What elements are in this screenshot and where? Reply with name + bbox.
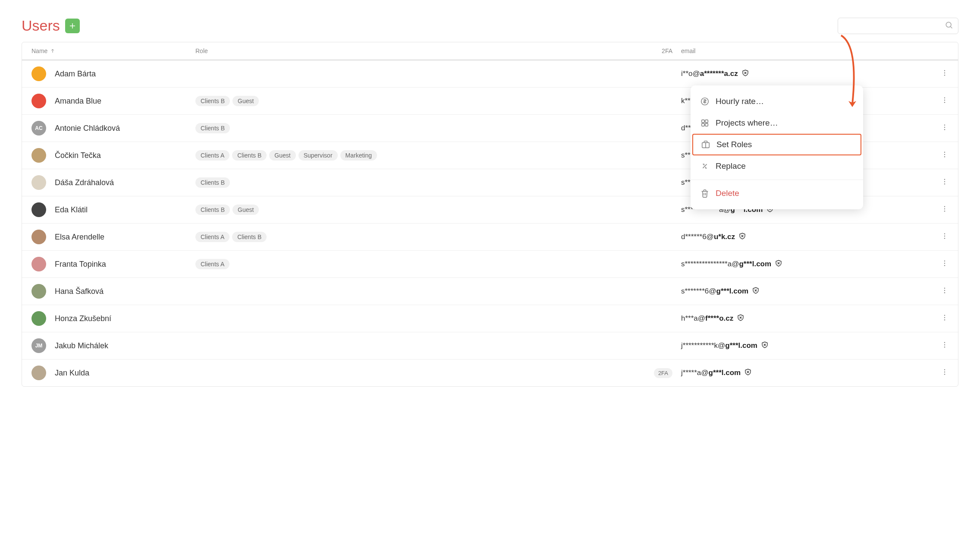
svg-point-13 [944,154,945,155]
role-cell: Clients AClients BGuestSupervisorMarketi… [195,150,638,161]
email-domain: f****o.cz [705,314,733,323]
avatar [31,311,46,326]
role-cell: Clients B [195,177,638,188]
svg-rect-42 [702,123,704,126]
table-row: Honza Zkušebníh***a@f****o.cz [22,305,958,332]
avatar [31,366,46,380]
menu-hourly-rate[interactable]: Hourly rate… [691,91,863,112]
email-local: i**o@ [681,69,700,78]
column-2fa[interactable]: 2FA [638,47,681,54]
row-actions-button[interactable] [939,122,950,135]
row-actions-button[interactable] [939,203,950,216]
svg-point-34 [944,344,945,345]
svg-point-7 [944,100,945,101]
menu-set-roles[interactable]: Set Roles [692,134,861,155]
menu-delete[interactable]: Delete [691,183,863,204]
trash-icon [700,189,710,198]
svg-point-16 [944,181,945,182]
user-name: Jan Kulda [55,369,89,378]
role-cell: Clients BGuest [195,205,638,215]
svg-point-4 [944,73,945,73]
row-actions-button[interactable] [939,230,950,243]
menu-delete-label: Delete [716,189,739,198]
svg-point-37 [944,372,945,372]
role-tag: Clients A [195,259,229,269]
shield-x-icon [737,314,744,324]
email-local: h***a@ [681,314,705,323]
row-actions-button[interactable] [939,366,950,379]
role-tag: Marketing [340,150,377,161]
row-actions-button[interactable] [939,149,950,162]
svg-point-20 [944,211,945,211]
shield-x-icon [738,232,746,242]
email-cell: j***********k@g***l.com [681,341,949,351]
column-email[interactable]: email [681,47,949,54]
row-actions-button[interactable] [939,258,950,271]
avatar [31,284,46,299]
svg-point-17 [944,183,945,184]
email-local: j***********k@ [681,341,725,350]
swap-icon [700,161,710,171]
role-tag: Clients B [195,205,230,215]
menu-projects-where[interactable]: Projects where… [691,112,863,134]
svg-point-38 [944,374,945,375]
menu-replace[interactable]: Replace [691,155,863,177]
role-cell: Clients AClients B [195,232,638,242]
svg-point-27 [944,288,945,289]
column-name[interactable]: Name [31,47,195,54]
page-title: Users [22,17,60,34]
svg-point-30 [944,315,945,316]
table-header: Name Role 2FA email [22,42,958,60]
plus-icon [69,22,76,30]
svg-point-9 [944,125,945,126]
user-name: Honza Zkušební [55,314,111,323]
user-name: Čočkin Tečka [55,151,101,160]
avatar [31,94,46,108]
row-actions-button[interactable] [939,67,950,80]
svg-point-24 [944,261,945,262]
svg-point-14 [944,156,945,157]
row-actions-button[interactable] [939,312,950,325]
svg-point-15 [944,179,945,180]
sort-asc-icon [50,48,55,54]
role-cell: Clients BGuest [195,96,638,106]
svg-point-3 [944,70,945,71]
row-actions-button[interactable] [939,95,950,107]
avatar [31,257,46,271]
row-actions-button[interactable] [939,285,950,298]
role-tag: Guest [269,150,295,161]
grid-icon [700,118,710,128]
row-actions-button[interactable] [939,339,950,352]
svg-point-21 [944,233,945,234]
svg-point-11 [944,129,945,130]
svg-point-25 [944,263,945,264]
row-actions-button[interactable] [939,176,950,189]
email-domain: u*k.cz [714,233,735,241]
briefcase-icon [701,140,710,149]
svg-point-35 [944,347,945,347]
email-domain: g***l.com [725,341,757,350]
avatar [31,175,46,190]
svg-point-32 [944,319,945,320]
menu-divider [691,180,863,180]
svg-point-31 [944,317,945,318]
column-role[interactable]: Role [195,47,638,54]
svg-point-33 [944,342,945,343]
table-row: Jan Kulda2FAj*****a@g***l.com [22,359,958,386]
user-name: Dáša Zdráhalová [55,178,114,187]
email-cell: s***************a@g***l.com [681,259,949,269]
search-input[interactable] [838,18,958,34]
email-domain: a*******a.cz [700,69,738,78]
user-name: Elsa Arendelle [55,233,104,242]
menu-set-roles-label: Set Roles [716,140,752,149]
svg-point-28 [944,290,945,291]
role-tag: Clients B [232,232,267,242]
svg-point-19 [944,208,945,209]
add-user-button[interactable] [65,19,80,33]
avatar [31,230,46,244]
menu-replace-label: Replace [716,161,746,171]
user-name: Adam Bárta [55,69,96,79]
user-name: Franta Topinka [55,260,106,269]
email-cell: d******6@u*k.cz [681,232,949,242]
user-name: Jakub Michálek [55,341,108,350]
